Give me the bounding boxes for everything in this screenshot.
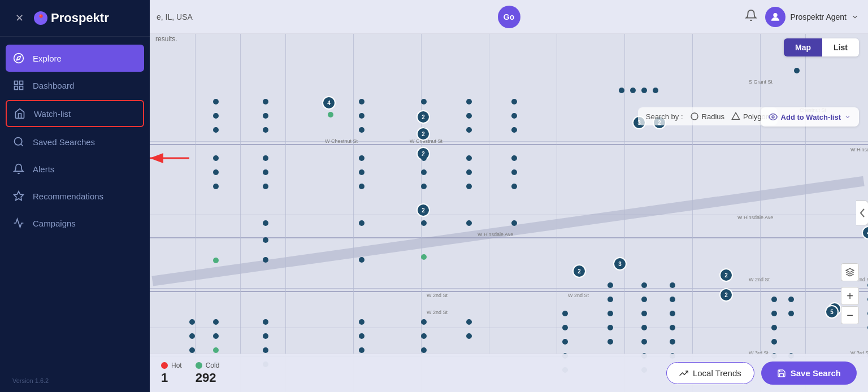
svg-line-7	[21, 144, 23, 146]
svg-rect-5	[20, 86, 23, 90]
street-label-hinsdale: W Hinsdale Ave	[478, 232, 513, 237]
dot-48	[466, 113, 472, 119]
dot-71	[607, 325, 613, 330]
user-menu[interactable]: Prospektr Agent	[765, 7, 859, 27]
street-label-hinsdale-n: W Hinsdale Ave	[850, 147, 868, 153]
svg-rect-3	[20, 81, 23, 85]
location-text: e, IL, USA	[157, 12, 193, 21]
dot-8	[213, 333, 219, 339]
dot-56	[511, 99, 517, 104]
list-view-button[interactable]: List	[822, 38, 859, 56]
dot-3	[213, 127, 219, 133]
map-view-button[interactable]: Map	[784, 38, 822, 56]
cluster-2g: 2	[719, 288, 733, 302]
dot-10	[189, 319, 195, 325]
dot-80	[670, 282, 675, 288]
polygon-icon	[731, 112, 740, 121]
zoom-in-button[interactable]: +	[841, 287, 859, 305]
cluster-2c: 2	[416, 127, 430, 141]
dot-52	[466, 184, 472, 189]
dot-4	[213, 155, 219, 161]
add-to-watchlist-button[interactable]: Add to Watch-list	[761, 107, 859, 127]
dot-20	[263, 237, 268, 243]
bell-icon[interactable]	[745, 9, 757, 24]
svg-rect-4	[15, 86, 18, 90]
sidebar-item-saved-searches-label: Saved Searches	[33, 137, 95, 147]
sidebar-item-dashboard[interactable]: Dashboard	[0, 72, 150, 99]
sidebar-item-alerts[interactable]: Alerts	[0, 155, 150, 182]
dot-42	[421, 184, 427, 189]
map-area[interactable]: W Chestnut St W Chestnut St W Hinsdale A…	[150, 34, 868, 392]
results-text: results.	[155, 35, 177, 43]
go-button[interactable]: Go	[498, 6, 520, 28]
dot-11	[189, 333, 195, 339]
dot-62	[511, 220, 517, 226]
dot-54	[466, 319, 472, 325]
save-search-button[interactable]: Save Search	[761, 361, 857, 385]
explore-icon	[12, 52, 25, 64]
dashboard-icon	[12, 79, 25, 92]
collapse-panel-button[interactable]	[856, 201, 868, 225]
street-v-monroe2	[353, 34, 354, 392]
sidebar-item-saved-searches[interactable]: Saved Searches	[0, 128, 150, 155]
dot-37	[421, 99, 427, 104]
svg-point-10	[774, 13, 778, 17]
svg-marker-1	[16, 56, 20, 60]
legend-hot: Hot 1	[161, 361, 182, 385]
cluster-2e: 2	[572, 264, 586, 278]
zoom-controls: + −	[841, 263, 859, 324]
dot-45	[421, 333, 427, 339]
dot-top-4	[653, 88, 658, 93]
layers-button[interactable]	[841, 263, 859, 281]
cold-number: 292	[196, 371, 216, 385]
svg-marker-14	[846, 268, 853, 272]
save-search-label: Save Search	[791, 368, 841, 378]
radius-label: Radius	[702, 112, 724, 121]
dot-89	[788, 311, 794, 316]
dot-31	[359, 184, 364, 189]
street-label-hinsdale-e: W Hinsdale Ave	[737, 215, 773, 220]
street-label-2nd-mid: W 2nd St	[568, 293, 589, 298]
dot-30	[359, 169, 364, 175]
dot-91	[771, 339, 777, 345]
dot-26	[359, 99, 364, 104]
dot-top-2	[630, 88, 636, 93]
dot-55	[466, 333, 472, 339]
street-v-madison	[557, 34, 557, 392]
dot-green-4	[421, 254, 427, 260]
legend: Hot 1 Cold 292	[161, 361, 219, 385]
cluster-2b: 2	[416, 110, 430, 124]
radius-option[interactable]: Radius	[690, 112, 724, 121]
dot-18	[263, 184, 268, 189]
close-icon[interactable]: ✕	[11, 10, 27, 26]
sidebar-item-recommendations[interactable]: Recommendations	[0, 182, 150, 210]
zoom-out-button[interactable]: −	[841, 306, 859, 324]
cluster-4: 4	[322, 96, 336, 110]
sidebar-item-recommendations-label: Recommendations	[33, 191, 103, 201]
saved-searches-icon	[12, 136, 25, 148]
sidebar-item-explore[interactable]: Explore	[6, 45, 144, 72]
dot-35	[359, 333, 364, 339]
dot-16	[263, 155, 268, 161]
dot-75	[641, 311, 647, 316]
sidebar-item-watchlist[interactable]: Watch-list	[6, 100, 144, 127]
dot-90	[771, 325, 777, 330]
dot-green-3	[328, 112, 333, 117]
dot-49	[466, 127, 472, 133]
dot-87	[788, 297, 794, 302]
topbar-center: Go	[498, 6, 520, 28]
cluster-5: 5	[825, 305, 839, 319]
cluster-2a: 2	[416, 203, 430, 217]
trends-icon	[679, 369, 688, 378]
sidebar-item-watchlist-label: Watch-list	[34, 109, 71, 119]
local-trends-label: Local Trends	[693, 368, 741, 378]
local-trends-button[interactable]: Local Trends	[666, 362, 754, 384]
dot-14	[263, 113, 268, 119]
sidebar-item-campaigns[interactable]: Campaigns	[0, 210, 150, 237]
dot-32	[359, 220, 364, 226]
sidebar-item-dashboard-label: Dashboard	[33, 81, 74, 90]
dot-68	[607, 282, 613, 288]
sidebar-item-campaigns-label: Campaigns	[33, 219, 76, 228]
dot-33	[359, 257, 364, 263]
dot-17	[263, 169, 268, 175]
